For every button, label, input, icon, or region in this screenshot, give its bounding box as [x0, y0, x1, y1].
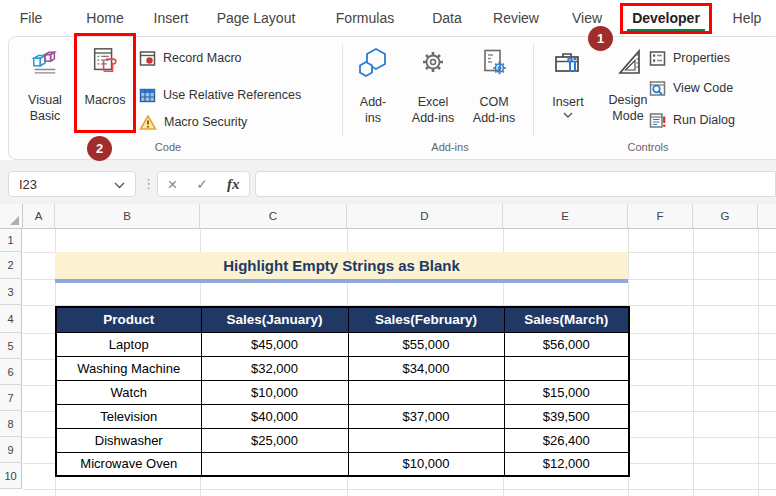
- group-separator: [533, 44, 534, 136]
- name-box-chevron-icon[interactable]: [114, 182, 125, 189]
- table-row: Dishwasher $25,000 $26,400: [56, 428, 629, 452]
- row-header-6[interactable]: 6: [0, 359, 22, 385]
- addins-hexagon-icon: [356, 46, 390, 80]
- column-header-f[interactable]: F: [628, 204, 693, 228]
- use-relative-references-button[interactable]: Use Relative References: [139, 84, 301, 106]
- row-header-7[interactable]: 7: [0, 385, 22, 411]
- table-cell[interactable]: [348, 428, 504, 452]
- tab-page-layout[interactable]: Page Layout: [217, 10, 296, 26]
- view-code-button[interactable]: View Code: [649, 77, 733, 99]
- record-macro-button[interactable]: Record Macro: [139, 47, 242, 69]
- addins-button[interactable]: Add-ins: [350, 44, 396, 136]
- run-dialog-button[interactable]: Run Dialog: [649, 109, 735, 131]
- column-header-g[interactable]: G: [693, 204, 758, 228]
- insert-function-fx-icon[interactable]: fx: [227, 176, 240, 193]
- table-cell[interactable]: Microwave Oven: [56, 452, 201, 476]
- code-group-label: Code: [155, 141, 181, 153]
- table-header-product[interactable]: Product: [56, 307, 201, 332]
- table-cell[interactable]: Television: [56, 404, 201, 428]
- row-header-1[interactable]: 1: [0, 229, 22, 252]
- design-mode-button[interactable]: Design Mode: [600, 44, 656, 136]
- record-macro-icon: [139, 50, 156, 67]
- cancel-icon[interactable]: ×: [167, 176, 177, 193]
- callout-badge-2: 2: [87, 136, 112, 161]
- row-header-8[interactable]: 8: [0, 411, 22, 437]
- column-header-b[interactable]: B: [55, 204, 200, 228]
- table-cell[interactable]: $40,000: [201, 404, 348, 428]
- row-header-4[interactable]: 4: [0, 305, 22, 333]
- run-dialog-icon: [649, 112, 666, 129]
- table-cell[interactable]: $45,000: [201, 332, 348, 356]
- table-header-sales-february[interactable]: Sales(February): [348, 307, 504, 332]
- insert-dropdown-chevron-icon: [563, 112, 573, 118]
- column-header-d[interactable]: D: [347, 204, 503, 228]
- select-all-triangle-icon: [10, 216, 19, 225]
- row-header-3[interactable]: 3: [0, 279, 22, 305]
- table-cell[interactable]: $34,000: [348, 356, 504, 380]
- formula-input[interactable]: [255, 171, 776, 197]
- gridline: [758, 229, 759, 496]
- com-addins-label: COM Add-ins: [468, 94, 520, 126]
- relative-references-icon: [139, 87, 156, 104]
- table-header-sales-march[interactable]: Sales(March): [504, 307, 629, 332]
- properties-label: Properties: [673, 51, 730, 65]
- com-addins-button[interactable]: COM Add-ins: [465, 44, 523, 136]
- table-row: Laptop $45,000 $55,000 $56,000: [56, 332, 629, 356]
- table-cell[interactable]: $55,000: [348, 332, 504, 356]
- table-cell[interactable]: $10,000: [348, 452, 504, 476]
- name-box[interactable]: I23: [8, 171, 136, 197]
- column-header-c[interactable]: C: [200, 204, 347, 228]
- tab-formulas[interactable]: Formulas: [336, 10, 394, 26]
- sheet-title-cell[interactable]: Highlight Empty Strings as Blank: [55, 252, 628, 279]
- tab-file[interactable]: File: [20, 10, 43, 26]
- tab-data[interactable]: Data: [432, 10, 462, 26]
- macro-security-warning-icon: [139, 114, 157, 131]
- tab-help[interactable]: Help: [733, 10, 762, 26]
- table-cell[interactable]: $15,000: [504, 380, 629, 404]
- table-header-sales-january[interactable]: Sales(January): [201, 307, 348, 332]
- tab-view[interactable]: View: [572, 10, 602, 26]
- insert-control-button[interactable]: Insert: [544, 44, 592, 136]
- formula-controls: × ✓ fx: [157, 171, 250, 197]
- properties-button[interactable]: Properties: [649, 47, 730, 69]
- visual-basic-button[interactable]: Visual Basic: [20, 44, 70, 136]
- table-cell[interactable]: $37,000: [348, 404, 504, 428]
- tab-insert[interactable]: Insert: [153, 10, 188, 26]
- tab-home[interactable]: Home: [86, 10, 123, 26]
- row-header-10[interactable]: 10: [0, 463, 22, 489]
- tab-review[interactable]: Review: [493, 10, 539, 26]
- excel-window: File Home Insert Page Layout Formulas Da…: [0, 0, 776, 496]
- table-cell[interactable]: $12,000: [504, 452, 629, 476]
- table-cell[interactable]: $32,000: [201, 356, 348, 380]
- table-cell[interactable]: $56,000: [504, 332, 629, 356]
- table-cell[interactable]: [348, 380, 504, 404]
- row-header-5[interactable]: 5: [0, 333, 22, 359]
- table-cell[interactable]: Watch: [56, 380, 201, 404]
- column-header-e[interactable]: E: [503, 204, 628, 228]
- table-cell[interactable]: Dishwasher: [56, 428, 201, 452]
- table-cell[interactable]: $25,000: [201, 428, 348, 452]
- table-cell[interactable]: [201, 452, 348, 476]
- excel-addins-button[interactable]: Excel Add-ins: [404, 44, 462, 136]
- more-options-icon[interactable]: ⋮: [142, 176, 155, 191]
- run-dialog-label: Run Dialog: [673, 113, 735, 127]
- table-row: Watch $10,000 $15,000: [56, 380, 629, 404]
- table-cell[interactable]: $26,400: [504, 428, 629, 452]
- macro-security-label: Macro Security: [164, 115, 247, 129]
- table-cell[interactable]: $10,000: [201, 380, 348, 404]
- table-cell[interactable]: Washing Machine: [56, 356, 201, 380]
- select-all-button[interactable]: [0, 204, 23, 228]
- table-cell[interactable]: $39,500: [504, 404, 629, 428]
- macro-security-button[interactable]: Macro Security: [139, 111, 247, 133]
- view-code-magnifier-icon: [649, 80, 666, 97]
- group-separator: [342, 44, 343, 136]
- macros-highlight-box: [74, 33, 136, 133]
- table-cell[interactable]: [504, 356, 629, 380]
- properties-icon: [649, 50, 666, 67]
- table-cell[interactable]: Laptop: [56, 332, 201, 356]
- row-header-9[interactable]: 9: [0, 437, 22, 463]
- column-header-a[interactable]: A: [23, 204, 55, 228]
- table-row: Television $40,000 $37,000 $39,500: [56, 404, 629, 428]
- enter-icon[interactable]: ✓: [196, 176, 208, 192]
- row-header-2[interactable]: 2: [0, 252, 22, 279]
